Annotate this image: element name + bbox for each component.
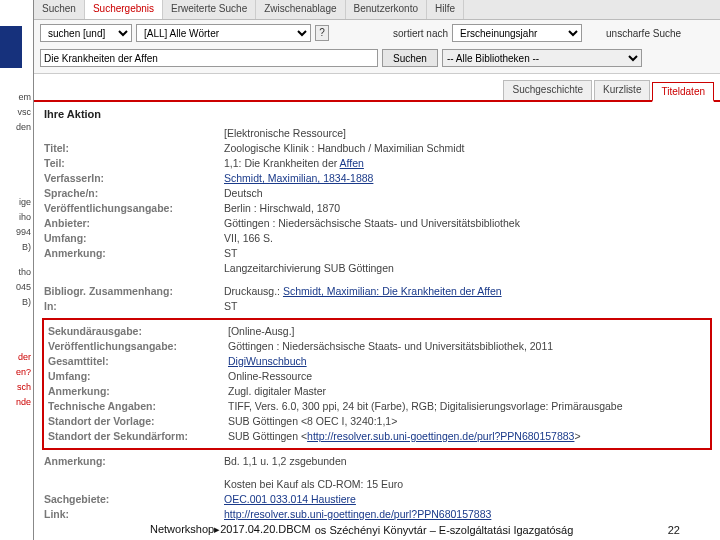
record-link[interactable]: OEC.001 033.014 Haustiere xyxy=(224,493,356,505)
field-label xyxy=(44,126,224,141)
record-field: Standort der Vorlage:SUB Göttingen <8 OE… xyxy=(48,414,706,429)
side-frag: 994 xyxy=(0,225,33,240)
field-label: Anmerkung: xyxy=(44,454,224,469)
side-frag-red: sch xyxy=(0,380,33,395)
sort-label: sortiert nach xyxy=(393,28,448,39)
left-sidebar: em vsc den ige iho 994 B) tho 045 B) der… xyxy=(0,0,34,540)
record-field: Sprache/n:Deutsch xyxy=(44,186,710,201)
result-tabs: Suchgeschichte Kurzliste Titeldaten xyxy=(34,74,720,102)
field-value: http://resolver.sub.uni-goettingen.de/pu… xyxy=(224,507,710,522)
side-frag: B) xyxy=(0,295,33,310)
record-field: Technische Angaben:TIFF, Vers. 6.0, 300 … xyxy=(48,399,706,414)
search-row-1: suchen [und] [ALL] Alle Wörter ? sortier… xyxy=(34,20,720,46)
field-label: VerfasserIn: xyxy=(44,171,224,186)
tab-suchgeschichte[interactable]: Suchgeschichte xyxy=(503,80,592,100)
field-value: Schmidt, Maximilian, 1834-1888 xyxy=(224,171,710,186)
help-icon[interactable]: ? xyxy=(315,25,329,41)
field-label: Bibliogr. Zusammenhang: xyxy=(44,284,224,299)
field-label: Gesamttitel: xyxy=(48,354,228,369)
field-value: TIFF, Vers. 6.0, 300 ppi, 24 bit (Farbe)… xyxy=(228,399,706,414)
record-field: Standort der Sekundärform:SUB Göttingen … xyxy=(48,429,706,444)
field-label: Sprache/n: xyxy=(44,186,224,201)
field-value: 1,1: Die Krankheiten der Affen xyxy=(224,156,710,171)
field-label: Technische Angaben: xyxy=(48,399,228,414)
field-label: Anmerkung: xyxy=(44,246,224,261)
field-value: Kosten bei Kauf als CD-ROM: 15 Euro xyxy=(224,477,710,492)
footer-center: os Széchényi Könyvtár – E-szolgáltatási … xyxy=(311,524,668,536)
tab-titeldaten[interactable]: Titeldaten xyxy=(652,82,714,102)
record-link[interactable]: Schmidt, Maximilian, 1834-1888 xyxy=(224,172,373,184)
side-frag: 045 xyxy=(0,280,33,295)
record-field: VerfasserIn:Schmidt, Maximilian, 1834-18… xyxy=(44,171,710,186)
field-value: SUB Göttingen <8 OEC I, 3240:1,1> xyxy=(228,414,706,429)
side-frag: em xyxy=(0,90,33,105)
tab-suchergebnis[interactable]: Suchergebnis xyxy=(85,0,163,19)
record-field: Kosten bei Kauf als CD-ROM: 15 Euro xyxy=(44,477,710,492)
tab-kurzliste[interactable]: Kurzliste xyxy=(594,80,650,100)
record-link[interactable]: DigiWunschbuch xyxy=(228,355,307,367)
field-label xyxy=(44,261,224,276)
field-value: Druckausg.: Schmidt, Maximilian: Die Kra… xyxy=(224,284,710,299)
field-value: Göttingen : Niedersächsische Staats- und… xyxy=(224,216,710,231)
record-field: Anmerkung:Bd. 1,1 u. 1,2 zsgebunden xyxy=(44,454,710,469)
field-label: Sekundärausgabe: xyxy=(48,324,228,339)
side-frag-red: nde xyxy=(0,395,33,410)
side-frag: den xyxy=(0,120,33,135)
tab-zwischenablage[interactable]: Zwischenablage xyxy=(256,0,345,19)
field-label: Anbieter: xyxy=(44,216,224,231)
search-mode-select[interactable]: suchen [und] xyxy=(40,24,132,42)
field-value: VII, 166 S. xyxy=(224,231,710,246)
record-link[interactable]: http://resolver.sub.uni-goettingen.de/pu… xyxy=(307,430,574,442)
field-value: Langzeitarchivierung SUB Göttingen xyxy=(224,261,710,276)
sort-select[interactable]: Erscheinungsjahr xyxy=(452,24,582,42)
record-link[interactable]: Schmidt, Maximilian: Die Krankheiten der… xyxy=(283,285,502,297)
field-value: [Online-Ausg.] xyxy=(228,324,706,339)
side-frag: B) xyxy=(0,240,33,255)
field-value: ST xyxy=(224,246,710,261)
record-field: Umfang:VII, 166 S. xyxy=(44,231,710,246)
side-frag: iho xyxy=(0,210,33,225)
library-select[interactable]: -- Alle Bibliotheken -- xyxy=(442,49,642,67)
record-field: Link:http://resolver.sub.uni-goettingen.… xyxy=(44,507,710,522)
fuzzy-label: unscharfe Suche xyxy=(606,28,681,39)
record-field: Veröffentlichungsangabe:Berlin : Hirschw… xyxy=(44,201,710,216)
section-heading: Ihre Aktion xyxy=(44,108,710,120)
side-frag-red: en? xyxy=(0,365,33,380)
field-value: Göttingen : Niedersächsische Staats- und… xyxy=(228,339,706,354)
field-label: Titel: xyxy=(44,141,224,156)
field-value: Deutsch xyxy=(224,186,710,201)
field-value: DigiWunschbuch xyxy=(228,354,706,369)
slide-footer: Networkshop▸2017.04.20.DBCM os Széchényi… xyxy=(0,523,720,536)
field-label: In: xyxy=(44,299,224,314)
record-link[interactable]: Affen xyxy=(340,157,364,169)
field-value: Zugl. digitaler Master xyxy=(228,384,706,399)
record-detail: Ihre Aktion [Elektronische Ressource]Tit… xyxy=(34,102,720,522)
field-label: Link: xyxy=(44,507,224,522)
tab-hilfe[interactable]: Hilfe xyxy=(427,0,464,19)
search-row-2: Suchen -- Alle Bibliotheken -- xyxy=(34,46,720,74)
record-field: Teil:1,1: Die Krankheiten der Affen xyxy=(44,156,710,171)
search-submit-button[interactable]: Suchen xyxy=(382,49,438,67)
record-field: Veröffentlichungsangabe:Göttingen : Nied… xyxy=(48,339,706,354)
field-value: Bd. 1,1 u. 1,2 zsgebunden xyxy=(224,454,710,469)
field-label: Teil: xyxy=(44,156,224,171)
field-label: Veröffentlichungsangabe: xyxy=(44,201,224,216)
search-field-select[interactable]: [ALL] Alle Wörter xyxy=(136,24,311,42)
top-nav: Suchen Suchergebnis Erweiterte Suche Zwi… xyxy=(34,0,720,20)
search-query-input[interactable] xyxy=(40,49,378,67)
record-link[interactable]: http://resolver.sub.uni-goettingen.de/pu… xyxy=(224,508,491,520)
record-field: Anmerkung:ST xyxy=(44,246,710,261)
tab-benutzerkonto[interactable]: Benutzerkonto xyxy=(346,0,428,19)
record-field: Bibliogr. Zusammenhang:Druckausg.: Schmi… xyxy=(44,284,710,299)
field-label: Umfang: xyxy=(48,369,228,384)
tab-suchen[interactable]: Suchen xyxy=(34,0,85,19)
record-field: Sekundärausgabe:[Online-Ausg.] xyxy=(48,324,706,339)
field-label: Veröffentlichungsangabe: xyxy=(48,339,228,354)
tab-erweiterte-suche[interactable]: Erweiterte Suche xyxy=(163,0,256,19)
field-label xyxy=(44,477,224,492)
side-frag: ige xyxy=(0,195,33,210)
record-field: Gesamttitel:DigiWunschbuch xyxy=(48,354,706,369)
record-field: Anbieter:Göttingen : Niedersächsische St… xyxy=(44,216,710,231)
record-field: Titel:Zoologische Klinik : Handbuch / Ma… xyxy=(44,141,710,156)
side-frag: tho xyxy=(0,265,33,280)
